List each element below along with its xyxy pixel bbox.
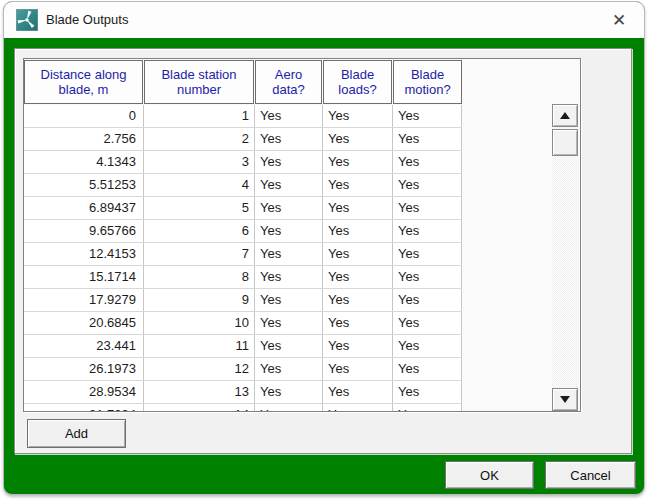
- cell[interactable]: Yes: [393, 197, 462, 219]
- cell[interactable]: 6.89437: [24, 197, 144, 219]
- cell[interactable]: 7: [144, 243, 255, 265]
- cell[interactable]: 3: [144, 151, 255, 173]
- cell[interactable]: Yes: [255, 128, 323, 150]
- scroll-down-button[interactable]: [552, 388, 578, 411]
- cell[interactable]: 12.4153: [24, 243, 144, 265]
- table-row[interactable]: 2.7562YesYesYes: [24, 128, 462, 151]
- cell[interactable]: 17.9279: [24, 289, 144, 311]
- cell[interactable]: Yes: [323, 174, 393, 196]
- cell[interactable]: Yes: [323, 197, 393, 219]
- vertical-scrollbar[interactable]: [552, 104, 578, 411]
- cell[interactable]: Yes: [255, 220, 323, 242]
- cell[interactable]: 10: [144, 312, 255, 334]
- cell[interactable]: Yes: [393, 312, 462, 334]
- table-row[interactable]: 12.41537YesYesYes: [24, 243, 462, 266]
- cell[interactable]: 6: [144, 220, 255, 242]
- cell[interactable]: 14: [144, 404, 255, 412]
- cell[interactable]: Yes: [323, 151, 393, 173]
- cell[interactable]: Yes: [255, 404, 323, 412]
- column-header-aero-data[interactable]: Aero data?: [255, 60, 322, 104]
- header-line: Distance along: [41, 67, 127, 82]
- cell[interactable]: 4.1343: [24, 151, 144, 173]
- table-row[interactable]: 15.17148YesYesYes: [24, 266, 462, 289]
- table-row[interactable]: 17.92799YesYesYes: [24, 289, 462, 312]
- cell[interactable]: Yes: [323, 335, 393, 357]
- table-row[interactable]: 5.512534YesYesYes: [24, 174, 462, 197]
- cell[interactable]: 9: [144, 289, 255, 311]
- cancel-button[interactable]: Cancel: [545, 461, 636, 489]
- cell[interactable]: 23.441: [24, 335, 144, 357]
- cell[interactable]: Yes: [255, 105, 323, 127]
- table-row[interactable]: 4.13433YesYesYes: [24, 151, 462, 174]
- cell[interactable]: Yes: [393, 105, 462, 127]
- cell[interactable]: Yes: [255, 381, 323, 403]
- cell[interactable]: Yes: [393, 151, 462, 173]
- cell[interactable]: Yes: [255, 266, 323, 288]
- cell[interactable]: 9.65766: [24, 220, 144, 242]
- cell[interactable]: Yes: [323, 404, 393, 412]
- cell[interactable]: Yes: [393, 358, 462, 380]
- cell[interactable]: 5.51253: [24, 174, 144, 196]
- cell[interactable]: 2: [144, 128, 255, 150]
- cell[interactable]: 28.9534: [24, 381, 144, 403]
- table-row[interactable]: 9.657666YesYesYes: [24, 220, 462, 243]
- add-button[interactable]: Add: [27, 419, 126, 448]
- cell[interactable]: Yes: [255, 151, 323, 173]
- cell[interactable]: 11: [144, 335, 255, 357]
- column-header-blade-loads[interactable]: Blade loads?: [323, 60, 392, 104]
- cell[interactable]: 1: [144, 105, 255, 127]
- cell[interactable]: Yes: [255, 358, 323, 380]
- ok-button[interactable]: OK: [445, 461, 534, 489]
- cell[interactable]: 5: [144, 197, 255, 219]
- cell[interactable]: Yes: [393, 243, 462, 265]
- cell[interactable]: Yes: [255, 197, 323, 219]
- cell[interactable]: Yes: [393, 381, 462, 403]
- cell[interactable]: Yes: [323, 358, 393, 380]
- cell[interactable]: Yes: [323, 128, 393, 150]
- cell[interactable]: Yes: [393, 404, 462, 412]
- cell[interactable]: Yes: [323, 220, 393, 242]
- table-row[interactable]: 6.894375YesYesYes: [24, 197, 462, 220]
- table-row[interactable]: 01YesYesYes: [24, 105, 462, 128]
- table-row[interactable]: 23.44111YesYesYes: [24, 335, 462, 358]
- cell[interactable]: Yes: [323, 105, 393, 127]
- cell[interactable]: Yes: [255, 289, 323, 311]
- cell[interactable]: Yes: [323, 312, 393, 334]
- cell[interactable]: 15.1714: [24, 266, 144, 288]
- cell[interactable]: Yes: [393, 335, 462, 357]
- table-row[interactable]: 26.197312YesYesYes: [24, 358, 462, 381]
- cell[interactable]: Yes: [255, 243, 323, 265]
- cell[interactable]: Yes: [255, 335, 323, 357]
- cell[interactable]: 31.7094: [24, 404, 144, 412]
- cell[interactable]: 26.1973: [24, 358, 144, 380]
- cell[interactable]: Yes: [323, 266, 393, 288]
- cell[interactable]: Yes: [255, 312, 323, 334]
- column-header-station[interactable]: Blade station number: [144, 60, 254, 104]
- cell[interactable]: Yes: [393, 220, 462, 242]
- column-header-distance[interactable]: Distance along blade, m: [24, 60, 143, 104]
- close-icon[interactable]: ✕: [602, 4, 636, 36]
- cell[interactable]: 0: [24, 105, 144, 127]
- title-bar[interactable]: Blade Outputs ✕: [4, 2, 644, 38]
- cell[interactable]: Yes: [255, 174, 323, 196]
- table-row[interactable]: 28.953413YesYesYes: [24, 381, 462, 404]
- header-line: Blade: [341, 67, 374, 82]
- cell[interactable]: 4: [144, 174, 255, 196]
- cell[interactable]: 2.756: [24, 128, 144, 150]
- cell[interactable]: Yes: [323, 381, 393, 403]
- cell[interactable]: Yes: [323, 243, 393, 265]
- cell[interactable]: Yes: [323, 289, 393, 311]
- scroll-up-button[interactable]: [552, 104, 578, 127]
- table-row[interactable]: 20.684510YesYesYes: [24, 312, 462, 335]
- cell[interactable]: Yes: [393, 289, 462, 311]
- cell[interactable]: Yes: [393, 174, 462, 196]
- cell[interactable]: Yes: [393, 266, 462, 288]
- cell[interactable]: 12: [144, 358, 255, 380]
- cell[interactable]: 8: [144, 266, 255, 288]
- column-header-blade-motion[interactable]: Blade motion?: [393, 60, 462, 104]
- cell[interactable]: 20.6845: [24, 312, 144, 334]
- cell[interactable]: Yes: [393, 128, 462, 150]
- table-row[interactable]: 31.709414YesYesYes: [24, 404, 462, 412]
- scrollbar-thumb[interactable]: [552, 129, 578, 156]
- cell[interactable]: 13: [144, 381, 255, 403]
